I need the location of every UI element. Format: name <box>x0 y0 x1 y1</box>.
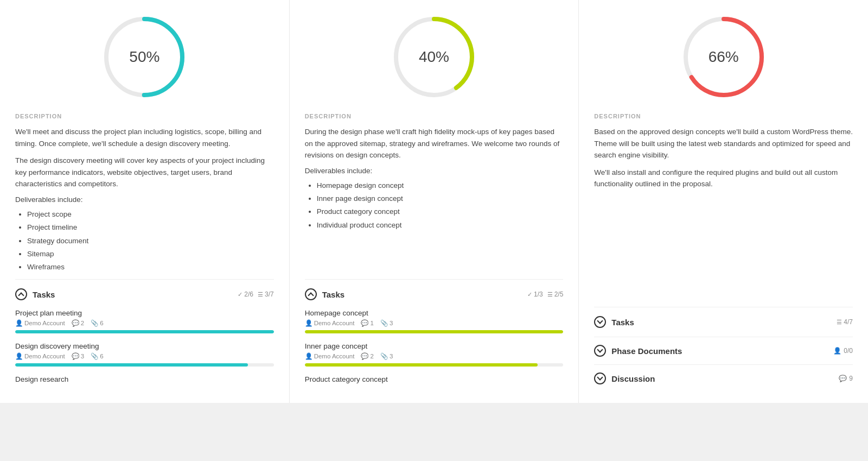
task-progress-bar <box>15 363 274 367</box>
donut-percent-label: 50% <box>129 48 159 66</box>
tasks-header[interactable]: Tasks✓ 2/6☰ 3/7 <box>15 288 274 300</box>
tasks-total-count: ☰ 4/7 <box>837 318 853 326</box>
task-files: 📎 6 <box>91 352 103 360</box>
discussion-count: 💬 9 <box>839 375 853 382</box>
phase-docs-row[interactable]: Phase Documents👤 0/0 <box>594 345 853 357</box>
person-icon: 👤 <box>305 352 312 360</box>
deliverables-list: Homepage design conceptInner page design… <box>305 179 564 232</box>
tasks-meta: ☰ 4/7 <box>837 318 853 326</box>
check-icon: ✓ <box>238 291 242 298</box>
tasks-completed-count: ✓ 2/6 <box>238 291 253 298</box>
description-text-0: We'll meet and discuss the project plan … <box>15 126 274 149</box>
donut-chart: 66% <box>680 14 767 100</box>
deliverable-item: Strategy document <box>27 235 274 248</box>
task-comments: 💬 3 <box>72 352 84 360</box>
tasks-toggle-icon[interactable] <box>15 288 27 300</box>
phase-docs-section: Phase Documents👤 0/0 <box>594 337 853 364</box>
donut-percent-label: 66% <box>709 48 739 66</box>
comment-icon: 💬 <box>839 375 847 382</box>
list-icon: ☰ <box>258 291 263 298</box>
task-comments: 💬 1 <box>361 319 373 327</box>
file-icon: 📎 <box>91 319 98 327</box>
tasks-toggle-icon[interactable] <box>305 288 317 300</box>
chevron-down-icon <box>597 375 603 381</box>
task-name[interactable]: Design research <box>15 375 274 383</box>
task-name[interactable]: Product category concept <box>305 375 564 383</box>
deliverable-item: Inner page design concept <box>317 192 564 205</box>
deliverable-item: Project timeline <box>27 221 274 234</box>
task-name[interactable]: Inner page concept <box>305 342 564 350</box>
task-progress-fill <box>15 330 274 333</box>
discussion-row[interactable]: Discussion💬 9 <box>594 372 853 384</box>
task-assignee: 👤 Demo Account <box>15 352 65 360</box>
description-label: DESCRIPTION <box>15 113 274 119</box>
tasks-header[interactable]: Tasks☰ 4/7 <box>594 316 853 328</box>
deliverable-item: Homepage design concept <box>317 179 564 192</box>
column-3: 66%DESCRIPTIONBased on the approved desi… <box>579 0 868 403</box>
deliverables-label: Deliverables include: <box>305 167 564 175</box>
task-assignee: 👤 Demo Account <box>15 319 65 327</box>
description-text-0: During the design phase we'll craft high… <box>305 126 564 161</box>
tasks-meta: ✓ 1/3☰ 2/5 <box>527 291 563 298</box>
task-name[interactable]: Project plan meeting <box>15 309 274 317</box>
deliverable-item: Wireframes <box>27 261 274 274</box>
task-assignee: 👤 Demo Account <box>305 319 355 327</box>
tasks-toggle-icon[interactable] <box>594 316 606 328</box>
deliverable-item: Individual product concept <box>317 219 564 232</box>
task-progress-fill <box>305 330 564 333</box>
discussion-toggle-icon[interactable] <box>594 372 606 384</box>
file-icon: 📎 <box>91 352 98 360</box>
column-1: 50%DESCRIPTIONWe'll meet and discuss the… <box>0 0 290 403</box>
task-name[interactable]: Homepage concept <box>305 309 564 317</box>
tasks-section: Tasks☰ 4/7 <box>594 307 853 337</box>
task-item: Design discovery meeting👤 Demo Account💬 … <box>15 342 274 367</box>
phase-docs-title: Phase Documents <box>611 346 682 356</box>
task-files: 📎 6 <box>91 319 103 327</box>
chevron-up-icon <box>18 293 24 299</box>
donut-chart: 50% <box>101 14 188 100</box>
tasks-section: Tasks✓ 2/6☰ 3/7Project plan meeting👤 Dem… <box>15 279 274 392</box>
chevron-down-icon <box>597 318 603 324</box>
task-progress-bar <box>305 330 564 333</box>
task-item: Inner page concept👤 Demo Account💬 2📎 3 <box>305 342 564 367</box>
description-text-0: Based on the approved design concepts we… <box>594 126 853 161</box>
tasks-total-count: ☰ 3/7 <box>258 291 274 298</box>
task-name[interactable]: Design discovery meeting <box>15 342 274 350</box>
deliverable-item: Project scope <box>27 208 274 221</box>
task-meta: 👤 Demo Account💬 2📎 6 <box>15 319 274 327</box>
donut-percent-label: 40% <box>419 48 449 66</box>
description-text-1: We'll also install and configure the req… <box>594 167 853 190</box>
comment-icon: 💬 <box>72 352 79 360</box>
phase-docs-toggle-icon[interactable] <box>594 345 606 357</box>
task-assignee: 👤 Demo Account <box>305 352 355 360</box>
task-meta: 👤 Demo Account💬 3📎 6 <box>15 352 274 360</box>
tasks-total-count: ☰ 2/5 <box>547 291 564 298</box>
tasks-completed-count: ✓ 1/3 <box>527 291 543 298</box>
task-comments: 💬 2 <box>361 352 373 360</box>
chart-area: 66% <box>594 11 853 109</box>
tasks-meta: ✓ 2/6☰ 3/7 <box>238 291 273 298</box>
discussion-title: Discussion <box>611 374 655 383</box>
column-2: 40%DESCRIPTIONDuring the design phase we… <box>290 0 579 403</box>
tasks-header[interactable]: Tasks✓ 1/3☰ 2/5 <box>305 288 564 300</box>
description-label: DESCRIPTION <box>594 113 853 119</box>
task-files: 📎 3 <box>380 352 393 360</box>
task-meta: 👤 Demo Account💬 2📎 3 <box>305 352 564 360</box>
task-progress-fill <box>15 363 248 367</box>
person-icon: 👤 <box>15 319 23 327</box>
deliverable-item: Sitemap <box>27 248 274 261</box>
columns-wrapper: 50%DESCRIPTIONWe'll meet and discuss the… <box>0 0 868 403</box>
task-item: Design research <box>15 375 274 383</box>
task-files: 📎 3 <box>380 319 393 327</box>
list-icon: ☰ <box>837 319 842 326</box>
description-label: DESCRIPTION <box>305 113 564 119</box>
deliverables-label: Deliverables include: <box>15 195 274 204</box>
comment-icon: 💬 <box>361 319 368 327</box>
chart-area: 50% <box>15 11 274 109</box>
chevron-up-icon <box>308 293 314 299</box>
task-comments: 💬 2 <box>72 319 84 327</box>
person-icon: 👤 <box>15 352 23 360</box>
comment-icon: 💬 <box>72 319 79 327</box>
description-text-1: The design discovery meeting will cover … <box>15 155 274 190</box>
deliverable-item: Product category concept <box>317 205 564 218</box>
